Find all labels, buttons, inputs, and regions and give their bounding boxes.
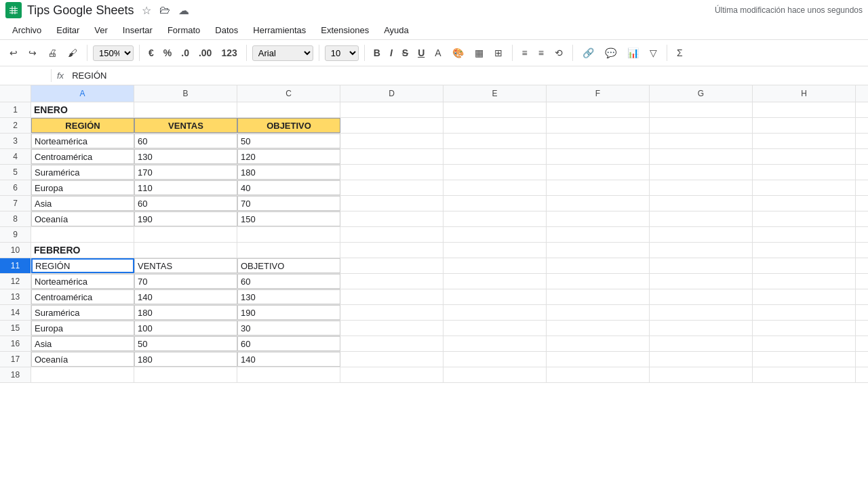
cell[interactable]: 50 xyxy=(237,134,340,148)
menu-ayuda[interactable]: Ayuda xyxy=(377,23,416,37)
cloud-icon[interactable]: ☁ xyxy=(178,4,189,17)
menu-datos[interactable]: Datos xyxy=(208,23,245,37)
cell[interactable] xyxy=(340,134,443,148)
cell[interactable] xyxy=(443,243,547,258)
cell[interactable]: Centroamérica xyxy=(31,289,134,304)
strikethrough-button[interactable]: S xyxy=(399,46,412,60)
cell[interactable] xyxy=(443,196,547,211)
cell[interactable] xyxy=(237,227,340,242)
cell[interactable] xyxy=(547,196,650,211)
cell[interactable] xyxy=(547,102,650,117)
cell[interactable] xyxy=(547,165,650,180)
cell[interactable]: 50 xyxy=(134,336,237,351)
cell[interactable]: 170 xyxy=(134,165,237,180)
cell[interactable] xyxy=(650,305,753,320)
cell[interactable]: Europa xyxy=(31,180,134,195)
cell[interactable] xyxy=(340,118,443,133)
cell[interactable]: Suramérica xyxy=(31,165,134,180)
cell[interactable] xyxy=(650,211,753,226)
cell[interactable] xyxy=(340,227,443,242)
cell[interactable] xyxy=(340,321,443,336)
cell[interactable] xyxy=(340,211,443,226)
cell[interactable]: 40 xyxy=(237,180,340,195)
cell[interactable] xyxy=(134,227,237,242)
row-number[interactable]: 12 xyxy=(0,274,31,289)
cell[interactable]: Oceanía xyxy=(31,352,134,367)
row-number[interactable]: 9 xyxy=(0,227,31,242)
cell[interactable] xyxy=(134,367,237,382)
cell[interactable] xyxy=(753,336,856,351)
cell[interactable] xyxy=(753,305,856,320)
row-number[interactable]: 17 xyxy=(0,352,31,367)
valign-button[interactable]: ≡ xyxy=(534,45,548,61)
cell[interactable] xyxy=(340,274,443,289)
cell[interactable] xyxy=(650,149,753,164)
text-color-button[interactable]: A xyxy=(431,45,445,61)
cell[interactable] xyxy=(340,180,443,195)
cell[interactable] xyxy=(650,134,753,148)
cell[interactable] xyxy=(547,227,650,242)
cell[interactable] xyxy=(340,243,443,258)
cell[interactable] xyxy=(753,258,856,273)
cell[interactable] xyxy=(753,196,856,211)
cell[interactable] xyxy=(340,336,443,351)
cell[interactable]: VENTAS xyxy=(134,118,237,133)
row-number[interactable]: 10 xyxy=(0,243,31,258)
cell[interactable] xyxy=(547,211,650,226)
star-icon[interactable]: ☆ xyxy=(142,4,151,17)
cell[interactable] xyxy=(134,102,237,117)
cell[interactable] xyxy=(443,258,547,273)
cell[interactable] xyxy=(547,305,650,320)
cell[interactable] xyxy=(547,243,650,258)
cell[interactable] xyxy=(443,211,547,226)
undo-button[interactable]: ↩ xyxy=(5,45,22,61)
text-rotate-button[interactable]: ⟲ xyxy=(551,45,567,61)
cell[interactable] xyxy=(753,118,856,133)
cell[interactable]: 110 xyxy=(134,180,237,195)
format-number-button[interactable]: 123 xyxy=(218,46,240,60)
cell[interactable] xyxy=(753,180,856,195)
col-header-d[interactable]: D xyxy=(340,85,443,102)
merge-button[interactable]: ⊞ xyxy=(490,45,507,61)
menu-extensiones[interactable]: Extensiones xyxy=(314,23,376,37)
decimal-button-2[interactable]: .00 xyxy=(195,46,215,60)
cell[interactable]: 150 xyxy=(237,211,340,226)
cell[interactable] xyxy=(443,149,547,164)
cell[interactable] xyxy=(547,321,650,336)
row-number[interactable]: 16 xyxy=(0,336,31,351)
cell[interactable] xyxy=(650,352,753,367)
cell[interactable] xyxy=(753,211,856,226)
cell[interactable] xyxy=(134,243,237,258)
cell[interactable]: 100 xyxy=(134,321,237,336)
cell[interactable] xyxy=(650,289,753,304)
row-number[interactable]: 2 xyxy=(0,118,31,133)
cell[interactable]: OBJETIVO xyxy=(237,258,340,273)
cell[interactable] xyxy=(340,102,443,117)
cell[interactable] xyxy=(650,227,753,242)
cell[interactable] xyxy=(340,367,443,382)
cell[interactable]: 130 xyxy=(134,149,237,164)
cell[interactable] xyxy=(547,149,650,164)
cell[interactable]: Europa xyxy=(31,321,134,336)
cell[interactable] xyxy=(753,289,856,304)
cell[interactable]: 130 xyxy=(237,289,340,304)
cell[interactable] xyxy=(650,258,753,273)
cell[interactable] xyxy=(753,321,856,336)
row-number[interactable]: 5 xyxy=(0,165,31,180)
cell[interactable] xyxy=(547,367,650,382)
cell[interactable] xyxy=(753,149,856,164)
cell[interactable] xyxy=(443,367,547,382)
cell[interactable]: 140 xyxy=(237,352,340,367)
row-number[interactable]: 3 xyxy=(0,134,31,148)
cell[interactable] xyxy=(340,289,443,304)
cell[interactable] xyxy=(547,274,650,289)
menu-insertar[interactable]: Insertar xyxy=(116,23,159,37)
cell[interactable] xyxy=(650,274,753,289)
cell[interactable]: 70 xyxy=(134,274,237,289)
col-header-e[interactable]: E xyxy=(443,85,547,102)
menu-herramientas[interactable]: Herramientas xyxy=(246,23,313,37)
cell[interactable] xyxy=(547,134,650,148)
cell[interactable]: 180 xyxy=(237,165,340,180)
cell[interactable] xyxy=(547,180,650,195)
cell[interactable]: OBJETIVO xyxy=(237,118,340,133)
